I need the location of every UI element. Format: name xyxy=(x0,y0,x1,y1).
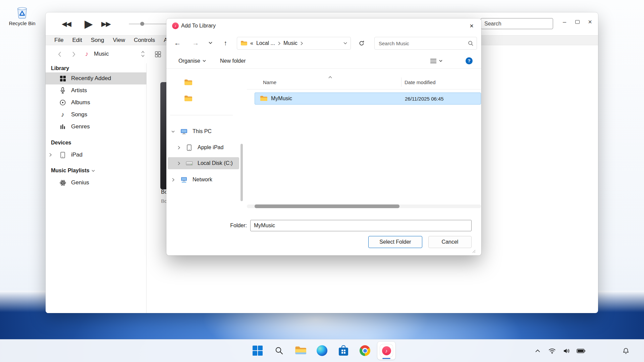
menu-song[interactable]: Song xyxy=(91,37,104,44)
refresh-icon[interactable] xyxy=(356,38,367,49)
sidebar-item-albums[interactable]: Albums xyxy=(46,97,147,109)
system-tray xyxy=(532,340,587,362)
rewind-button[interactable]: ◀◀ xyxy=(62,12,71,35)
address-bar[interactable]: « Local ... Music xyxy=(237,37,351,50)
playlists-header: Music Playlists xyxy=(51,168,95,174)
address-dropdown-chevron-icon[interactable] xyxy=(343,42,347,45)
search-icon[interactable] xyxy=(468,40,474,46)
battery-icon[interactable] xyxy=(575,344,587,358)
list-header-row: Name Date modified xyxy=(247,75,481,89)
breadcrumb-current[interactable]: Music xyxy=(283,40,298,46)
sidebar-item-recently-added[interactable]: Recently Added xyxy=(46,72,147,84)
sidebar-item-genius[interactable]: Genius xyxy=(46,177,147,189)
network-icon xyxy=(178,177,189,183)
disk-drive-icon xyxy=(184,161,194,166)
chevron-right-icon[interactable] xyxy=(301,42,303,45)
cancel-button[interactable]: Cancel xyxy=(428,236,472,248)
recently-added-icon xyxy=(59,75,67,82)
sidebar-item-label: Recently Added xyxy=(71,75,111,82)
menu-view[interactable]: View xyxy=(113,37,125,44)
column-date-modified[interactable]: Date modified xyxy=(405,79,436,85)
back-button[interactable]: ← xyxy=(171,37,183,49)
sidebar-item-songs[interactable]: ♪ Songs xyxy=(46,109,147,121)
organise-button[interactable]: Organise xyxy=(178,53,206,68)
select-folder-button[interactable]: Select Folder xyxy=(368,236,422,248)
chevron-right-icon[interactable] xyxy=(49,153,52,157)
file-explorer-button[interactable] xyxy=(291,342,310,360)
folder-icon[interactable] xyxy=(184,95,192,102)
breadcrumb-root[interactable]: Local ... xyxy=(256,40,275,46)
wifi-icon[interactable] xyxy=(546,344,558,358)
horizontal-scrollbar-thumb[interactable] xyxy=(255,204,399,208)
music-app-button[interactable]: ♪ xyxy=(377,342,395,360)
taskbar-search-button[interactable] xyxy=(270,342,288,360)
selector-stepper-icon[interactable] xyxy=(141,50,145,58)
folder-icon[interactable] xyxy=(184,79,192,86)
nav-forward-icon[interactable] xyxy=(72,51,76,57)
tree-item-network[interactable]: Network xyxy=(168,174,239,186)
minimize-button[interactable]: – xyxy=(558,16,571,28)
play-button[interactable]: ▶ xyxy=(85,12,92,35)
help-button[interactable]: ? xyxy=(466,53,473,68)
help-icon: ? xyxy=(466,57,473,64)
tree-scrollbar[interactable] xyxy=(240,144,243,201)
chevron-right-icon[interactable] xyxy=(171,178,175,182)
sort-ascending-icon[interactable] xyxy=(328,76,332,78)
nav-back-icon[interactable] xyxy=(58,51,62,57)
music-search-input[interactable] xyxy=(481,18,553,29)
sidebar-item-ipad[interactable]: iPad xyxy=(46,149,147,161)
chevron-down-icon[interactable] xyxy=(171,130,175,133)
notifications-bell-icon[interactable] xyxy=(623,340,629,362)
tree-item-local-disk-c[interactable]: Local Disk (C:) xyxy=(168,157,239,169)
dialog-search-input[interactable] xyxy=(375,37,465,49)
library-selector[interactable]: Music xyxy=(94,51,109,57)
sidebar-item-genres[interactable]: Genres xyxy=(46,121,147,133)
menu-edit[interactable]: Edit xyxy=(72,37,82,44)
menu-controls[interactable]: Controls xyxy=(134,37,155,44)
equalizer-icon xyxy=(59,124,67,130)
add-to-library-dialog: ♪ Add To Library × ← → ↑ « Local ... Mus… xyxy=(166,18,481,255)
recycle-bin-desktop-icon[interactable]: Recycle Bin xyxy=(6,4,38,26)
column-name[interactable]: Name xyxy=(263,79,276,85)
close-button[interactable]: × xyxy=(583,16,597,28)
show-hidden-icons-chevron-icon[interactable] xyxy=(532,344,543,358)
tree-item-apple-ipad[interactable]: Apple iPad xyxy=(168,141,239,154)
up-button[interactable]: ↑ xyxy=(219,37,231,49)
playlists-header-label: Music Playlists xyxy=(51,168,90,174)
recent-locations-chevron-icon[interactable] xyxy=(205,37,215,49)
dialog-close-button[interactable]: × xyxy=(465,20,478,31)
sidebar-item-artists[interactable]: Artists xyxy=(46,84,147,97)
tree-item-this-pc[interactable]: This PC xyxy=(168,125,239,137)
microphone-icon xyxy=(59,87,67,94)
view-options-button[interactable] xyxy=(430,53,442,68)
column-divider[interactable] xyxy=(401,77,401,87)
file-row-mymusic[interactable]: MyMusic 26/11/2025 06:45 xyxy=(255,93,481,105)
breadcrumb-overflow[interactable]: « xyxy=(250,40,253,46)
chevron-down-icon[interactable] xyxy=(92,170,95,172)
active-app-indicator xyxy=(382,358,390,359)
sidebar-item-label: Genres xyxy=(71,123,90,130)
new-folder-button[interactable]: New folder xyxy=(220,53,246,68)
menu-file[interactable]: File xyxy=(54,37,63,44)
start-button[interactable] xyxy=(249,342,267,360)
edge-button[interactable] xyxy=(313,342,331,360)
microsoft-store-button[interactable] xyxy=(334,342,353,360)
view-grid-icon[interactable] xyxy=(155,51,161,57)
chrome-button[interactable] xyxy=(356,342,374,360)
chevron-right-icon[interactable] xyxy=(278,42,280,45)
windows-logo-icon xyxy=(253,346,263,356)
folder-name-input[interactable] xyxy=(250,220,472,231)
dialog-search-box xyxy=(374,37,477,50)
taskbar: ♪ xyxy=(0,339,644,362)
sidebar-item-label: Albums xyxy=(71,99,90,106)
fast-forward-button[interactable]: ▶▶ xyxy=(101,12,110,35)
chevron-right-icon[interactable] xyxy=(177,146,181,149)
forward-button[interactable]: → xyxy=(190,37,202,49)
sidebar-item-label: Artists xyxy=(71,87,87,94)
volume-knob[interactable] xyxy=(140,22,144,26)
volume-icon[interactable] xyxy=(561,344,572,358)
maximize-button[interactable] xyxy=(571,16,584,28)
chevron-right-icon[interactable] xyxy=(177,162,181,165)
folder-icon xyxy=(260,96,267,102)
resize-grip[interactable] xyxy=(471,248,476,253)
